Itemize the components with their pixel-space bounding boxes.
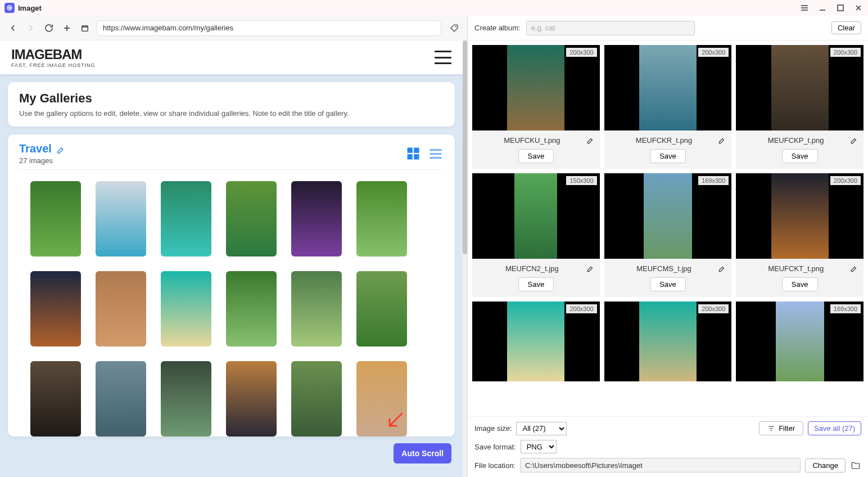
dimension-badge: 150x300 <box>566 176 596 185</box>
file-name: MEUFCKT_t.png <box>742 264 850 273</box>
save-button[interactable]: Save <box>650 277 686 291</box>
gallery-thumbnail[interactable] <box>291 271 342 346</box>
file-name: MEUFCKR_t.png <box>610 136 718 145</box>
gallery-thumbnail[interactable] <box>96 181 146 256</box>
image-grid: 200x300MEUFCKU_t.pngSave200x300MEUFCKR_t… <box>468 40 868 416</box>
save-button[interactable]: Save <box>518 277 554 291</box>
rename-icon[interactable] <box>850 265 858 273</box>
image-size-select[interactable]: All (27) <box>516 422 567 435</box>
gallery-card: Travel 27 images <box>8 134 455 436</box>
scrollbar[interactable] <box>463 40 467 477</box>
image-preview[interactable]: 200x300 <box>604 45 732 130</box>
save-button[interactable]: Save <box>782 149 818 163</box>
tag-icon[interactable] <box>448 22 460 34</box>
clear-button[interactable]: Clear <box>831 21 861 34</box>
rename-icon[interactable] <box>718 265 726 273</box>
gallery-thumbnail[interactable] <box>161 181 211 256</box>
gallery-thumbnail[interactable] <box>356 271 407 346</box>
image-preview[interactable]: 200x300 <box>472 45 600 130</box>
dimension-badge: 200x300 <box>830 48 861 57</box>
image-size-label: Image size: <box>474 424 512 433</box>
download-panel: Create album: Clear 200x300MEUFCKU_t.png… <box>468 16 868 477</box>
file-name: MEUFCMS_t.jpg <box>610 264 718 273</box>
gallery-thumbnail[interactable] <box>291 181 342 256</box>
app-title: Imaget <box>18 4 42 12</box>
save-button[interactable]: Save <box>782 277 818 291</box>
gallery-count: 27 images <box>19 156 65 165</box>
gallery-thumbnail[interactable] <box>161 271 211 346</box>
image-preview[interactable]: 200x300 <box>736 173 864 259</box>
close-button[interactable] <box>853 3 864 13</box>
image-card: 200x300 <box>472 302 600 381</box>
image-preview[interactable]: 200x300 <box>472 302 600 381</box>
rename-icon[interactable] <box>586 137 594 145</box>
rename-icon[interactable] <box>718 137 726 145</box>
image-preview[interactable]: 169x300 <box>604 173 732 259</box>
svg-rect-5 <box>408 148 413 153</box>
filter-button[interactable]: Filter <box>759 421 803 435</box>
reload-button[interactable] <box>43 22 55 34</box>
maximize-button[interactable] <box>835 3 846 13</box>
titlebar: Imaget <box>0 0 868 16</box>
gallery-thumbnail[interactable] <box>30 181 81 256</box>
image-preview[interactable]: 169x300 <box>736 302 864 381</box>
image-preview[interactable]: 150x300 <box>472 173 600 259</box>
dimension-badge: 200x300 <box>566 48 596 57</box>
gallery-thumbnail[interactable] <box>30 361 81 436</box>
thumb-grid <box>19 179 444 436</box>
save-format-select[interactable]: PNG <box>521 440 557 453</box>
image-preview[interactable]: 200x300 <box>604 302 732 381</box>
svg-rect-11 <box>430 157 442 159</box>
intro-card: My Galleries Use the gallery options to … <box>8 82 455 127</box>
gallery-thumbnail[interactable] <box>356 181 407 256</box>
svg-rect-6 <box>414 148 419 153</box>
dimension-badge: 200x300 <box>698 304 729 313</box>
gallery-thumbnail[interactable] <box>96 271 146 346</box>
dimension-badge: 169x300 <box>830 304 861 313</box>
image-preview[interactable]: 200x300 <box>736 45 864 130</box>
save-button[interactable]: Save <box>518 149 554 163</box>
back-button[interactable] <box>7 22 19 34</box>
file-location-input[interactable] <box>520 458 801 472</box>
scrollbar-thumb[interactable] <box>463 40 467 254</box>
svg-point-4 <box>455 25 456 26</box>
url-input[interactable]: https://www.imagebam.com/my/galleries <box>97 20 441 36</box>
image-card: 150x300MEUFCN2_t.jpgSave <box>472 173 600 297</box>
gallery-thumbnail[interactable] <box>226 271 277 346</box>
list-view-icon[interactable] <box>428 146 444 161</box>
browser-pane: https://www.imagebam.com/my/galleries IM… <box>0 16 468 477</box>
site-logo[interactable]: IMAGEBAM FAST, FREE IMAGE HOSTING <box>11 47 96 68</box>
change-location-button[interactable]: Change <box>805 458 846 472</box>
save-all-button[interactable]: Save all (27) <box>808 421 861 435</box>
site-header: IMAGEBAM FAST, FREE IMAGE HOSTING <box>0 40 463 74</box>
minimize-button[interactable] <box>817 3 828 13</box>
gallery-thumbnail[interactable] <box>226 181 277 256</box>
auto-scroll-button[interactable]: Auto Scroll <box>394 443 451 464</box>
rename-icon[interactable] <box>586 265 594 273</box>
gallery-thumbnail[interactable] <box>161 361 211 436</box>
file-name: MEUFCKU_t.png <box>478 136 586 145</box>
tabs-button[interactable] <box>79 22 91 34</box>
svg-rect-10 <box>430 153 442 155</box>
arrow-annotation <box>383 410 405 434</box>
site-menu-button[interactable] <box>435 51 451 64</box>
create-album-input[interactable] <box>526 21 695 35</box>
gallery-thumbnail[interactable] <box>30 271 81 346</box>
save-format-label: Save format: <box>474 443 516 451</box>
grid-view-icon[interactable] <box>405 146 421 161</box>
menu-icon[interactable] <box>799 3 810 13</box>
open-folder-icon[interactable] <box>850 460 861 471</box>
svg-rect-7 <box>408 154 413 159</box>
forward-button[interactable] <box>25 22 37 34</box>
dimension-badge: 200x300 <box>698 48 729 57</box>
page-desc: Use the gallery options to edit, delete,… <box>19 109 444 118</box>
gallery-thumbnail[interactable] <box>226 361 277 436</box>
gallery-thumbnail[interactable] <box>291 361 342 436</box>
logo-tagline: FAST, FREE IMAGE HOSTING <box>11 62 96 68</box>
rename-icon[interactable] <box>850 137 858 145</box>
gallery-thumbnail[interactable] <box>96 361 146 436</box>
edit-icon[interactable] <box>56 145 65 154</box>
add-tab-button[interactable] <box>61 22 73 34</box>
image-card: 200x300MEUFCKP_t.pngSave <box>736 45 864 169</box>
save-button[interactable]: Save <box>650 149 686 163</box>
